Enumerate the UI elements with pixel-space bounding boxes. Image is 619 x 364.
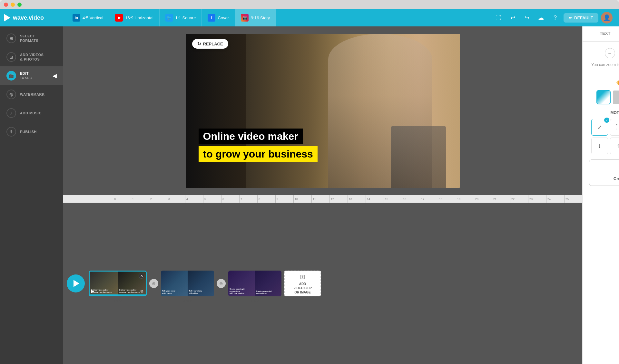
twitter-icon: 🐦: [165, 14, 173, 22]
motion-zoom-in-button[interactable]: ⤢ ✓: [591, 119, 608, 136]
tab-text[interactable]: TEXT: [583, 26, 619, 41]
motion-down-icon: ↓: [598, 142, 601, 149]
tab-instagram[interactable]: 📷 9:16 Story: [235, 9, 276, 26]
dimmer-swatch-light[interactable]: [613, 91, 619, 104]
sidebar-item-add-videos[interactable]: ⊡ ADD VIDEOS& PHOTOS: [0, 48, 63, 66]
facebook-icon: f: [208, 14, 215, 22]
motion-up-icon: ↑: [617, 142, 619, 149]
clip-1-copy-icon: ⧉: [141, 288, 143, 294]
clip-1-duration: 4 sec: [113, 299, 122, 303]
fullscreen-button[interactable]: ⛶: [493, 12, 504, 24]
motion-fullscreen-icon: ⛶: [615, 124, 619, 130]
tab-instagram-label: 9:16 Story: [251, 15, 270, 20]
replace-button[interactable]: ↻ REPLACE: [192, 39, 228, 49]
clip-1-progress: [90, 294, 146, 295]
clip-wrapper-1: Online video editorto grow your business…: [89, 271, 147, 296]
tab-facebook-label: Cover: [218, 15, 229, 20]
help-button[interactable]: ?: [549, 12, 561, 24]
clip-3-text: Create meaningful connectionswith your c…: [230, 288, 255, 294]
undo-button[interactable]: ↩: [507, 12, 518, 24]
sidebar-item-publish[interactable]: ⇧ PUBLISH: [0, 122, 63, 141]
sidebar-item-select-formats[interactable]: ⊞ SELECTFORMATS: [0, 29, 63, 48]
sidebar-item-watermark[interactable]: ◎ WATERMARK: [0, 85, 63, 104]
canvas-image: [186, 34, 460, 188]
publish-icon: ⇧: [6, 127, 16, 137]
crop-rotate-label: Crop & Rotate: [614, 176, 619, 181]
sidebar-item-edit[interactable]: 🎬 EDIT 14 sec ◀: [0, 66, 63, 85]
motion-fullscreen-button[interactable]: ⛶: [610, 119, 619, 136]
clip-1b-text: Online video editorto grow your business: [119, 289, 140, 293]
zoom-hint: You can zoom in and move your image for …: [589, 62, 619, 73]
tab-facebook[interactable]: f Cover: [202, 9, 235, 26]
dimmer-swatch-active[interactable]: [597, 91, 610, 104]
dimmer-swatches: [589, 91, 619, 104]
canvas-text-overlay: Online video maker to grow your business: [199, 129, 318, 162]
panel-tabs: TEXT IMAGE: [583, 26, 619, 42]
tab-twitter[interactable]: 🐦 1:1 Square: [160, 9, 202, 26]
clip-2-text: Tell your storywith video: [162, 290, 175, 294]
select-formats-icon: ⊞: [6, 34, 16, 43]
sidebar-label-add-videos: ADD VIDEOS& PHOTOS: [20, 53, 44, 62]
edit-sublabel: 14 sec: [20, 76, 32, 80]
zoom-minus-button[interactable]: −: [605, 48, 615, 58]
format-tabs: in 4:5 Vertical ▶ 16:9 Horizontal 🐦 1:1 …: [67, 9, 493, 26]
clip-1-close-button[interactable]: ✕: [139, 273, 144, 279]
main-layout: ⊞ SELECTFORMATS ⊡ ADD VIDEOS& PHOTOS 🎬 E…: [0, 26, 619, 364]
tab-twitter-label: 1:1 Square: [175, 15, 196, 20]
motion-effects-label: MOTION EFFECTS: [589, 110, 619, 115]
logo-area: wave.video: [4, 14, 67, 22]
default-icon: ✏: [569, 15, 572, 20]
tab-youtube-label: 16:9 Horizontal: [125, 15, 153, 20]
crop-rotate-button[interactable]: ⊹ Crop & Rotate: [589, 159, 619, 186]
sidebar-label-add-music: ADD MUSIC: [20, 111, 42, 115]
default-button[interactable]: ✏ DEFAULT: [564, 13, 598, 23]
right-panel: TEXT IMAGE − ZOOM + You can zoom in and …: [582, 26, 619, 364]
sidebar-label-select-formats: SELECTFORMATS: [20, 34, 38, 43]
edit-icon: 🎬: [6, 71, 16, 81]
timeline-separator-2: ⊕: [217, 279, 226, 288]
close-btn[interactable]: [4, 3, 8, 7]
clip-3-duration: 4 sec: [251, 299, 259, 303]
play-icon: [74, 280, 79, 287]
cloud-save-button[interactable]: ☁: [535, 12, 547, 24]
add-clip-button[interactable]: ⊞ ADDVIDEO CLIPOR IMAGE: [284, 271, 321, 296]
tab-youtube[interactable]: ▶ 16:9 Horizontal: [109, 9, 159, 26]
play-button[interactable]: [67, 274, 85, 292]
sidebar-label-edit: EDIT 14 sec: [20, 71, 32, 80]
motion-effects-grid: ⤢ ✓ ⛶ ⤡ ↻ ↓ ↑: [589, 119, 619, 154]
timeline-separator-1: ⊕: [149, 279, 158, 288]
ruler-inner: 0 1 2 3 4 5 6 7 8 9 10 11 12 13 14 15 16…: [113, 195, 582, 203]
clip-1-play-icon: ▶: [91, 288, 94, 294]
timeline-clip-3[interactable]: Create meaningful connectionswith your c…: [228, 271, 281, 296]
active-check: ✓: [604, 118, 609, 123]
zoom-control: − ZOOM +: [589, 48, 619, 58]
clip-3b-text: Create meaningfulconnections: [256, 290, 272, 294]
redo-button[interactable]: ↪: [521, 12, 533, 24]
clip-wrapper-2: Tell your storywith video Tell your stor…: [161, 271, 214, 296]
replace-icon: ↻: [197, 41, 201, 46]
maximize-btn[interactable]: [17, 3, 22, 7]
dimmer-section-label: ☀ DIMMER: [589, 80, 619, 87]
clip-2-duration: 4 sec: [183, 299, 192, 303]
linkedin-icon: in: [73, 14, 80, 22]
sidebar-item-add-music[interactable]: ♪ ADD MUSIC: [0, 104, 63, 122]
avatar[interactable]: 👤: [601, 12, 613, 24]
canvas-area: ↻ REPLACE Online video maker to grow you…: [63, 26, 582, 364]
panel-content: − ZOOM + You can zoom in and move your i…: [583, 42, 619, 364]
canvas-container: ↻ REPLACE Online video maker to grow you…: [63, 26, 582, 195]
motion-down-button[interactable]: ↓: [591, 138, 608, 154]
timeline-clip-2[interactable]: Tell your storywith video Tell your stor…: [161, 271, 214, 296]
canvas-text-line-2: to grow your business: [199, 146, 318, 162]
timeline-clip-1[interactable]: Online video editorto grow your business…: [89, 271, 147, 296]
watermark-icon: ◎: [6, 90, 16, 99]
add-videos-icon: ⊡: [6, 52, 16, 62]
timeline-content: Online video editorto grow your business…: [63, 203, 582, 364]
minimize-btn[interactable]: [11, 3, 15, 7]
timeline-clips: Online video editorto grow your business…: [89, 271, 578, 296]
motion-up-button[interactable]: ↑: [610, 138, 619, 154]
top-bar: wave.video in 4:5 Vertical ▶ 16:9 Horizo…: [0, 9, 619, 26]
sidebar-label-publish: PUBLISH: [20, 129, 37, 134]
clip-wrapper-3: Create meaningful connectionswith your c…: [228, 271, 281, 296]
tab-linkedin[interactable]: in 4:5 Vertical: [67, 9, 109, 26]
canvas-text-line-1: Online video maker: [199, 129, 303, 144]
